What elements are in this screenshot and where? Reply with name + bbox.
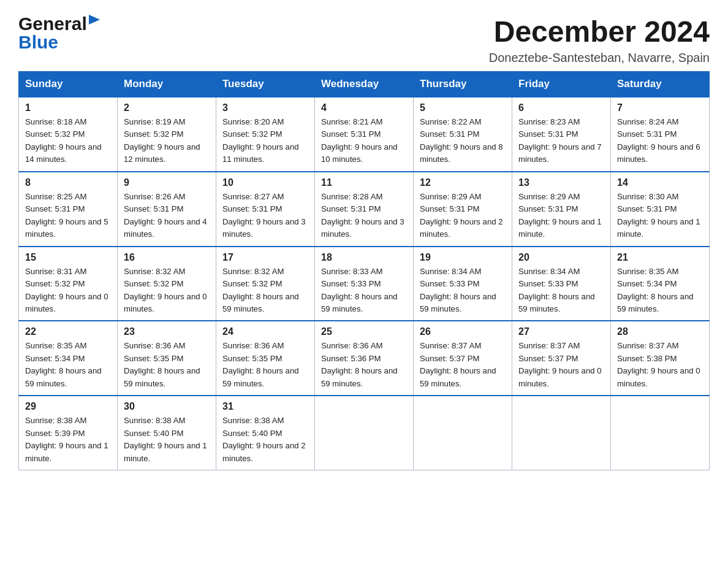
calendar-cell: 13Sunrise: 8:29 AMSunset: 5:31 PMDayligh… bbox=[512, 172, 611, 247]
day-info: Sunrise: 8:36 AMSunset: 5:35 PMDaylight:… bbox=[124, 340, 210, 390]
calendar-cell: 22Sunrise: 8:35 AMSunset: 5:34 PMDayligh… bbox=[19, 321, 118, 396]
calendar-cell bbox=[414, 396, 512, 470]
col-header-wednesday: Wednesday bbox=[315, 72, 414, 98]
day-number: 9 bbox=[124, 177, 210, 188]
day-number: 12 bbox=[420, 177, 506, 188]
day-number: 19 bbox=[420, 252, 506, 263]
calendar-header-row: SundayMondayTuesdayWednesdayThursdayFrid… bbox=[19, 72, 710, 98]
day-info: Sunrise: 8:35 AMSunset: 5:34 PMDaylight:… bbox=[617, 266, 703, 316]
page-header: General Blue December 2024 Doneztebe-San… bbox=[18, 15, 710, 65]
day-info: Sunrise: 8:30 AMSunset: 5:31 PMDaylight:… bbox=[617, 191, 703, 241]
calendar-cell: 15Sunrise: 8:31 AMSunset: 5:32 PMDayligh… bbox=[19, 247, 118, 321]
day-number: 17 bbox=[222, 252, 308, 263]
calendar-cell: 20Sunrise: 8:34 AMSunset: 5:33 PMDayligh… bbox=[512, 247, 611, 321]
calendar-cell: 28Sunrise: 8:37 AMSunset: 5:38 PMDayligh… bbox=[611, 321, 710, 396]
day-number: 24 bbox=[222, 326, 308, 337]
day-number: 20 bbox=[518, 252, 604, 263]
day-info: Sunrise: 8:32 AMSunset: 5:32 PMDaylight:… bbox=[222, 266, 308, 316]
day-number: 29 bbox=[25, 401, 111, 412]
day-info: Sunrise: 8:37 AMSunset: 5:37 PMDaylight:… bbox=[420, 340, 506, 390]
calendar-cell: 27Sunrise: 8:37 AMSunset: 5:37 PMDayligh… bbox=[512, 321, 611, 396]
day-info: Sunrise: 8:25 AMSunset: 5:31 PMDaylight:… bbox=[25, 191, 111, 241]
calendar-cell: 17Sunrise: 8:32 AMSunset: 5:32 PMDayligh… bbox=[216, 247, 315, 321]
calendar-cell: 25Sunrise: 8:36 AMSunset: 5:36 PMDayligh… bbox=[315, 321, 414, 396]
day-info: Sunrise: 8:23 AMSunset: 5:31 PMDaylight:… bbox=[518, 116, 604, 166]
day-info: Sunrise: 8:37 AMSunset: 5:37 PMDaylight:… bbox=[518, 340, 604, 390]
day-number: 10 bbox=[222, 177, 308, 188]
day-info: Sunrise: 8:36 AMSunset: 5:36 PMDaylight:… bbox=[321, 340, 407, 390]
day-info: Sunrise: 8:33 AMSunset: 5:33 PMDaylight:… bbox=[321, 266, 407, 316]
calendar-cell: 1Sunrise: 8:18 AMSunset: 5:32 PMDaylight… bbox=[19, 97, 118, 172]
day-number: 14 bbox=[617, 177, 703, 188]
logo-flag-icon bbox=[89, 15, 102, 32]
calendar-cell: 18Sunrise: 8:33 AMSunset: 5:33 PMDayligh… bbox=[315, 247, 414, 321]
day-info: Sunrise: 8:22 AMSunset: 5:31 PMDaylight:… bbox=[420, 116, 506, 166]
calendar-cell: 23Sunrise: 8:36 AMSunset: 5:35 PMDayligh… bbox=[118, 321, 216, 396]
day-info: Sunrise: 8:32 AMSunset: 5:32 PMDaylight:… bbox=[124, 266, 210, 316]
day-number: 23 bbox=[124, 326, 210, 337]
calendar-cell: 16Sunrise: 8:32 AMSunset: 5:32 PMDayligh… bbox=[118, 247, 216, 321]
calendar-cell bbox=[611, 396, 710, 470]
calendar-week-row: 15Sunrise: 8:31 AMSunset: 5:32 PMDayligh… bbox=[19, 247, 710, 321]
day-number: 16 bbox=[124, 252, 210, 263]
svg-marker-0 bbox=[89, 15, 100, 25]
day-number: 30 bbox=[124, 401, 210, 412]
day-number: 26 bbox=[420, 326, 506, 337]
day-number: 18 bbox=[321, 252, 407, 263]
col-header-tuesday: Tuesday bbox=[216, 72, 315, 98]
calendar-cell: 5Sunrise: 8:22 AMSunset: 5:31 PMDaylight… bbox=[414, 97, 512, 172]
day-info: Sunrise: 8:35 AMSunset: 5:34 PMDaylight:… bbox=[25, 340, 111, 390]
title-block: December 2024 Doneztebe-Santesteban, Nav… bbox=[489, 15, 710, 65]
col-header-sunday: Sunday bbox=[19, 72, 118, 98]
col-header-thursday: Thursday bbox=[414, 72, 512, 98]
day-info: Sunrise: 8:36 AMSunset: 5:35 PMDaylight:… bbox=[222, 340, 308, 390]
day-info: Sunrise: 8:27 AMSunset: 5:31 PMDaylight:… bbox=[222, 191, 308, 241]
day-number: 13 bbox=[518, 177, 604, 188]
calendar-cell: 8Sunrise: 8:25 AMSunset: 5:31 PMDaylight… bbox=[19, 172, 118, 247]
calendar-cell: 21Sunrise: 8:35 AMSunset: 5:34 PMDayligh… bbox=[611, 247, 710, 321]
day-number: 8 bbox=[25, 177, 111, 188]
logo: General Blue bbox=[18, 15, 102, 52]
day-number: 5 bbox=[420, 102, 506, 113]
day-info: Sunrise: 8:38 AMSunset: 5:40 PMDaylight:… bbox=[124, 415, 210, 465]
calendar-table: SundayMondayTuesdayWednesdayThursdayFrid… bbox=[18, 71, 710, 470]
logo-blue-text: Blue bbox=[18, 32, 58, 52]
day-number: 3 bbox=[222, 102, 308, 113]
day-number: 2 bbox=[124, 102, 210, 113]
day-info: Sunrise: 8:38 AMSunset: 5:40 PMDaylight:… bbox=[222, 415, 308, 465]
month-year-title: December 2024 bbox=[489, 15, 710, 48]
calendar-cell: 31Sunrise: 8:38 AMSunset: 5:40 PMDayligh… bbox=[216, 396, 315, 470]
calendar-week-row: 8Sunrise: 8:25 AMSunset: 5:31 PMDaylight… bbox=[19, 172, 710, 247]
calendar-cell: 9Sunrise: 8:26 AMSunset: 5:31 PMDaylight… bbox=[118, 172, 216, 247]
day-info: Sunrise: 8:31 AMSunset: 5:32 PMDaylight:… bbox=[25, 266, 111, 316]
day-info: Sunrise: 8:20 AMSunset: 5:32 PMDaylight:… bbox=[222, 116, 308, 166]
calendar-cell bbox=[512, 396, 611, 470]
calendar-cell bbox=[315, 396, 414, 470]
day-info: Sunrise: 8:38 AMSunset: 5:39 PMDaylight:… bbox=[25, 415, 111, 465]
day-info: Sunrise: 8:26 AMSunset: 5:31 PMDaylight:… bbox=[124, 191, 210, 241]
day-number: 11 bbox=[321, 177, 407, 188]
day-number: 4 bbox=[321, 102, 407, 113]
day-info: Sunrise: 8:34 AMSunset: 5:33 PMDaylight:… bbox=[518, 266, 604, 316]
calendar-cell: 26Sunrise: 8:37 AMSunset: 5:37 PMDayligh… bbox=[414, 321, 512, 396]
day-info: Sunrise: 8:21 AMSunset: 5:31 PMDaylight:… bbox=[321, 116, 407, 166]
calendar-cell: 4Sunrise: 8:21 AMSunset: 5:31 PMDaylight… bbox=[315, 97, 414, 172]
day-number: 25 bbox=[321, 326, 407, 337]
calendar-week-row: 1Sunrise: 8:18 AMSunset: 5:32 PMDaylight… bbox=[19, 97, 710, 172]
calendar-cell: 14Sunrise: 8:30 AMSunset: 5:31 PMDayligh… bbox=[611, 172, 710, 247]
day-info: Sunrise: 8:28 AMSunset: 5:31 PMDaylight:… bbox=[321, 191, 407, 241]
day-info: Sunrise: 8:19 AMSunset: 5:32 PMDaylight:… bbox=[124, 116, 210, 166]
calendar-cell: 6Sunrise: 8:23 AMSunset: 5:31 PMDaylight… bbox=[512, 97, 611, 172]
calendar-cell: 12Sunrise: 8:29 AMSunset: 5:31 PMDayligh… bbox=[414, 172, 512, 247]
calendar-cell: 10Sunrise: 8:27 AMSunset: 5:31 PMDayligh… bbox=[216, 172, 315, 247]
day-info: Sunrise: 8:37 AMSunset: 5:38 PMDaylight:… bbox=[617, 340, 703, 390]
calendar-cell: 29Sunrise: 8:38 AMSunset: 5:39 PMDayligh… bbox=[19, 396, 118, 470]
calendar-cell: 3Sunrise: 8:20 AMSunset: 5:32 PMDaylight… bbox=[216, 97, 315, 172]
col-header-friday: Friday bbox=[512, 72, 611, 98]
calendar-cell: 30Sunrise: 8:38 AMSunset: 5:40 PMDayligh… bbox=[118, 396, 216, 470]
calendar-cell: 7Sunrise: 8:24 AMSunset: 5:31 PMDaylight… bbox=[611, 97, 710, 172]
calendar-cell: 11Sunrise: 8:28 AMSunset: 5:31 PMDayligh… bbox=[315, 172, 414, 247]
day-number: 31 bbox=[222, 401, 308, 412]
col-header-monday: Monday bbox=[118, 72, 216, 98]
day-info: Sunrise: 8:29 AMSunset: 5:31 PMDaylight:… bbox=[518, 191, 604, 241]
